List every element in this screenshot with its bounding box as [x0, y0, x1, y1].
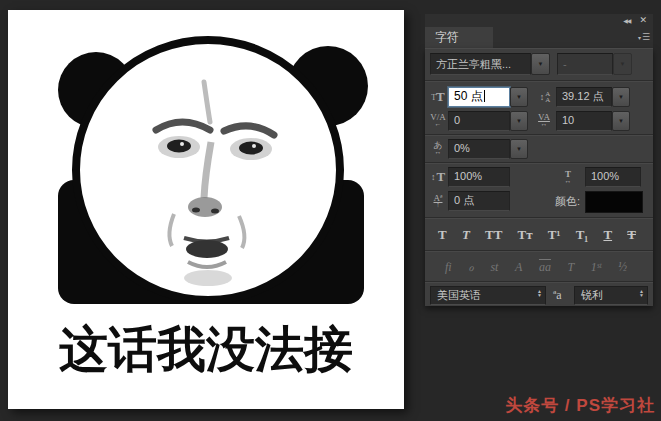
font-size-input[interactable]: 50 点: [448, 87, 510, 107]
titling-alternates-icon: T: [568, 261, 575, 273]
all-caps-button[interactable]: TT: [485, 228, 502, 241]
leading-dropdown-button[interactable]: ▼: [612, 87, 630, 107]
baseline-shift-field[interactable]: 0 点: [448, 191, 510, 211]
subscript-button[interactable]: T₁: [576, 228, 589, 241]
tracking-field[interactable]: 10: [556, 111, 612, 131]
ligatures-icon: fi: [445, 261, 452, 273]
text-caret: [484, 90, 485, 102]
spinner-icon: ▲▼: [537, 289, 542, 297]
divider: [425, 281, 653, 282]
discretionary-ligatures-icon: st: [490, 261, 498, 273]
ornaments-icon: ℴ: [468, 261, 474, 273]
tracking-icon[interactable]: VA ↔: [533, 111, 555, 129]
photoshop-workspace: 这话我没法接 ◀◀ ✕ 字符 ▾ ☰ 方正兰亭粗黑... ▼ - ▼: [0, 0, 661, 421]
chevron-down-icon: ▼: [618, 118, 624, 124]
type-style-buttons: T T TT Tᴛ T¹ T₁ T T: [438, 222, 636, 246]
underline-button[interactable]: T: [603, 228, 612, 241]
divider: [425, 134, 653, 135]
panel-topbar: ◀◀ ✕: [425, 14, 653, 27]
anti-alias-select[interactable]: 锐利 ▲▼: [574, 286, 648, 305]
font-style-field: -: [557, 53, 613, 75]
stylistic-alternates-icon: aa: [539, 261, 551, 273]
chevron-down-icon: ▼: [618, 94, 624, 100]
character-panel: ◀◀ ✕ 字符 ▾ ☰ 方正兰亭粗黑... ▼ - ▼ TT: [425, 14, 653, 306]
collapse-panel-icon[interactable]: ◀◀: [623, 17, 630, 24]
faux-bold-button[interactable]: T: [438, 228, 447, 241]
anti-alias-icon: ªa: [553, 288, 562, 303]
kerning-field[interactable]: 0: [448, 111, 510, 131]
color-label: 颜色:: [522, 191, 580, 211]
divider: [425, 80, 653, 81]
leading-icon[interactable]: ↕ AA: [535, 89, 555, 105]
panel-tabbar: 字符 ▾ ☰: [425, 27, 653, 48]
divider: [425, 250, 653, 251]
baseline-shift-icon[interactable]: Aª ↑: [429, 191, 447, 211]
chevron-down-icon: ▼: [620, 61, 626, 67]
kerning-icon[interactable]: V/A ←: [429, 111, 447, 129]
spinner-icon: ▲▼: [639, 289, 644, 297]
chevron-down-icon: ▼: [516, 146, 522, 152]
horizontal-scale-field[interactable]: 100%: [585, 167, 641, 187]
vertical-scale-field[interactable]: 100%: [448, 167, 510, 187]
opentype-buttons: fi ℴ st A aa T 1ˢᵗ ½: [445, 256, 627, 278]
font-family-field[interactable]: 方正兰亭粗黑...: [430, 53, 531, 75]
vertical-scale-icon[interactable]: ↕ T: [429, 169, 447, 185]
horizontal-scale-icon[interactable]: T ↔: [558, 167, 578, 187]
watermark: 头条号 / PS学习社: [505, 394, 655, 417]
character-panel-body: 方正兰亭粗黑... ▼ - ▼ TT 50 点 ▼ ↕ AA 3: [425, 48, 653, 306]
tracking-dropdown-button[interactable]: ▼: [612, 111, 630, 131]
proportional-spacing-field[interactable]: 0%: [448, 139, 510, 159]
divider: [425, 217, 653, 218]
language-select[interactable]: 美国英语 ▲▼: [430, 286, 546, 305]
chevron-down-icon: ▼: [516, 118, 522, 124]
kerning-dropdown-button[interactable]: ▼: [510, 111, 528, 131]
text-color-swatch[interactable]: [585, 191, 643, 213]
superscript-button[interactable]: T¹: [548, 228, 561, 241]
proportional-spacing-dropdown-button[interactable]: ▼: [510, 139, 528, 159]
font-size-dropdown-button[interactable]: ▼: [510, 87, 528, 107]
font-style-dropdown-button: ▼: [613, 53, 632, 75]
close-panel-icon[interactable]: ✕: [639, 16, 647, 25]
chevron-down-icon: ▼: [538, 61, 544, 67]
document-canvas[interactable]: 这话我没法接: [8, 10, 404, 409]
panel-menu-icon[interactable]: ▾ ☰: [638, 32, 650, 42]
small-caps-button[interactable]: Tᴛ: [518, 228, 533, 241]
fractions-icon: ½: [618, 261, 627, 273]
divider: [425, 162, 653, 163]
strikethrough-button[interactable]: T: [627, 228, 636, 241]
tab-character[interactable]: 字符: [425, 27, 493, 48]
font-size-icon[interactable]: TT: [429, 89, 447, 105]
font-family-dropdown-button[interactable]: ▼: [531, 53, 550, 75]
meme-caption-text: 这话我没法接: [8, 323, 404, 377]
chevron-down-icon: ▼: [516, 94, 522, 100]
faux-italic-button[interactable]: T: [462, 228, 470, 241]
ordinals-icon: 1ˢᵗ: [591, 261, 602, 273]
leading-field[interactable]: 39.12 点: [556, 87, 612, 107]
swash-icon: A: [515, 261, 522, 273]
proportional-spacing-icon[interactable]: あ ↔: [429, 139, 447, 157]
